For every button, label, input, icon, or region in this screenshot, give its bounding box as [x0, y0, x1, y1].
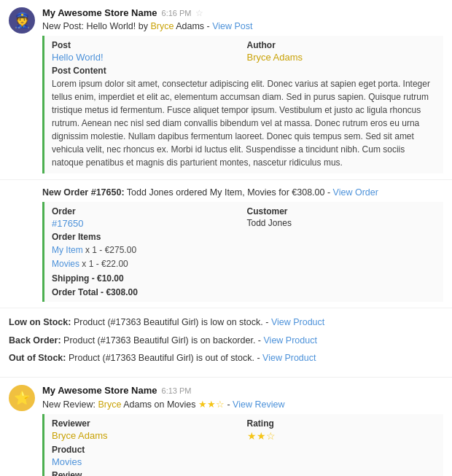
product-label: Product	[52, 445, 436, 455]
order-items-section: Order Items My Item x 1 - €275.00 Movies…	[52, 232, 436, 297]
rating-stars: ★★☆	[247, 430, 437, 442]
low-stock-view-link[interactable]: View Product	[271, 317, 324, 327]
order-col2: Customer Todd Jones	[247, 206, 437, 229]
order-detail-grid: Order #17650 Customer Todd Jones	[52, 206, 436, 229]
post-label: Post	[52, 40, 241, 50]
out-of-stock-alert: Out of Stock: Product (#17363 Beautiful …	[9, 351, 443, 365]
order-col1: Order #17650	[52, 206, 241, 229]
order-number-link[interactable]: #17650	[52, 218, 83, 229]
review-detail-box: Reviewer Bryce Adams Rating ★★☆ Product …	[42, 414, 443, 476]
back-order-alert: Back Order: Product (#17363 Beautiful Gi…	[9, 334, 443, 348]
review-timestamp: 6:13 PM	[162, 386, 192, 395]
order-label: Order	[52, 206, 241, 216]
order-items-label: Order Items	[52, 232, 436, 242]
view-review-link[interactable]: View Review	[233, 399, 284, 410]
review-prefix: New Review:	[42, 399, 98, 410]
review-detail-grid: Reviewer Bryce Adams Rating ★★☆	[52, 418, 436, 442]
low-stock-text: Product (#17363 Beautiful Girl) is low o…	[74, 317, 271, 327]
out-of-stock-label: Out of Stock:	[9, 353, 66, 363]
post-title: Hello World! by	[86, 21, 150, 31]
order-message-block: New Order #17650: Todd Jones ordered My …	[0, 180, 452, 308]
author-label: Author	[247, 40, 437, 50]
post-content-section: Post Content Lorem ipsum dolor sit amet,…	[52, 66, 436, 169]
reviewer-name-link[interactable]: Bryce Adams	[52, 430, 108, 441]
post-detail-grid: Post Hello World! Author Bryce Adams	[52, 40, 436, 63]
notification-text: New Post: Hello World! by Bryce Adams - …	[42, 21, 443, 31]
low-stock-alert: Low on Stock: Product (#17363 Beautiful …	[9, 316, 443, 329]
bookmark-icon[interactable]: ☆	[195, 8, 203, 18]
author-value-link[interactable]: Bryce Adams	[247, 52, 303, 63]
product-link[interactable]: Movies	[52, 456, 82, 467]
low-stock-label: Low on Stock:	[9, 317, 71, 327]
reviewer-link[interactable]: Bryce	[98, 399, 121, 410]
out-of-stock-view-link[interactable]: View Product	[262, 353, 316, 363]
post-col2: Author Bryce Adams	[247, 40, 437, 63]
order-text: Todd Jones ordered My Item, Movies for €…	[125, 187, 333, 198]
post-value-link[interactable]: Hello World!	[52, 52, 104, 63]
reviewer-label: Reviewer	[52, 418, 241, 429]
customer-label: Customer	[247, 206, 437, 216]
review-separator: -	[225, 399, 233, 410]
order-item-2: Movies x 1 - €22.00	[52, 257, 436, 271]
review-stars-inline: ★★☆	[198, 399, 225, 410]
post-detail-box: Post Hello World! Author Bryce Adams Pos…	[42, 36, 443, 173]
author-link[interactable]: Bryce	[150, 21, 174, 31]
review-store-name: My Awesome Store Name	[42, 385, 157, 396]
back-order-text: Product (#17363 Beautiful Girl) is on ba…	[63, 335, 263, 346]
store-name: My Awesome Store Name	[42, 7, 157, 18]
item2-qty-price: x 1 - €22.00	[79, 259, 128, 269]
review-notification-text: New Review: Bryce Adams on Movies ★★☆ - …	[42, 399, 443, 410]
order-prefix: New Order #17650:	[42, 187, 125, 198]
notification-author-suffix: Adams -	[174, 21, 212, 31]
post-message-block: 👮 My Awesome Store Name 6:16 PM ☆ New Po…	[0, 0, 452, 180]
reviewer-col1: Reviewer Bryce Adams	[52, 418, 241, 442]
order-notification-text: New Order #17650: Todd Jones ordered My …	[42, 187, 443, 198]
review-message-block: ⭐ My Awesome Store Name 6:13 PM New Revi…	[0, 378, 452, 476]
item1-qty-price: x 1 - €275.00	[83, 245, 136, 255]
post-body: Lorem ipsum dolor sit amet, consectetur …	[52, 77, 436, 169]
message-content: My Awesome Store Name 6:16 PM ☆ New Post…	[42, 7, 443, 173]
avatar: 👮	[9, 7, 35, 34]
review-message-content: My Awesome Store Name 6:13 PM New Review…	[42, 385, 443, 476]
timestamp: 6:16 PM	[162, 9, 192, 17]
review-product-section: Product Movies	[52, 445, 436, 467]
item2-link[interactable]: Movies	[52, 259, 79, 269]
reviewer-col2: Rating ★★☆	[247, 418, 437, 442]
post-col1: Post Hello World!	[52, 40, 241, 63]
review-label: Review	[52, 470, 436, 476]
order-detail-box: Order #17650 Customer Todd Jones Order I…	[42, 202, 443, 302]
stock-alerts-block: Low on Stock: Product (#17363 Beautiful …	[0, 308, 452, 378]
review-section: Review Pretty average but would probably…	[52, 470, 436, 476]
review-text: Adams on Movies	[121, 399, 198, 410]
shipping-line: Shipping - €10.00	[52, 271, 436, 287]
view-order-link[interactable]: View Order	[333, 187, 378, 198]
customer-value: Todd Jones	[247, 218, 437, 228]
rating-label: Rating	[247, 418, 437, 429]
back-order-label: Back Order:	[9, 335, 61, 346]
item1-link[interactable]: My Item	[52, 245, 83, 255]
out-of-stock-text: Product (#17363 Beautiful Girl) is out o…	[69, 353, 262, 363]
message-header: My Awesome Store Name 6:16 PM ☆	[42, 7, 443, 18]
order-total-line: Order Total - €308.00	[52, 287, 436, 297]
view-post-link[interactable]: View Post	[212, 21, 252, 31]
back-order-view-link[interactable]: View Product	[264, 335, 317, 346]
notification-prefix: New Post:	[42, 21, 86, 31]
review-message-header: My Awesome Store Name 6:13 PM	[42, 385, 443, 396]
review-avatar: ⭐	[9, 385, 35, 411]
order-item-1: My Item x 1 - €275.00	[52, 243, 436, 257]
order-message-content: New Order #17650: Todd Jones ordered My …	[42, 187, 443, 302]
post-content-label: Post Content	[52, 66, 436, 76]
